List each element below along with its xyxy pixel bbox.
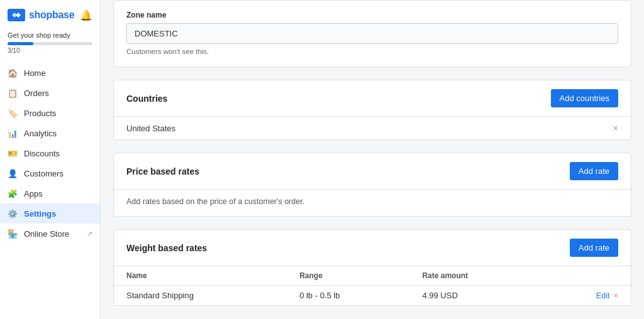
main-content: Zone name Customers won't see this. Coun… (101, 0, 644, 319)
country-row: United States × (114, 116, 631, 139)
sidebar-nav: 🏠 Home 📋 Orders 🏷️ Products 📊 Analytics … (0, 60, 100, 319)
row-rate-amount: 4.99 USD (409, 286, 542, 306)
row-range: 0 lb - 0.5 lb (287, 286, 409, 306)
shop-ready-section: Get your shop ready 3/10 (0, 28, 100, 60)
col-rate-amount: Rate amount (409, 266, 542, 286)
remove-rate-button[interactable]: × (613, 291, 618, 300)
price-based-rates-body: Add rates based on the price of a custom… (114, 189, 631, 216)
sidebar-item-apps[interactable]: 🧩 Apps (0, 183, 100, 203)
countries-card: Countries Add countries United States × (113, 80, 631, 140)
sidebar-label-analytics: Analytics (24, 129, 57, 138)
logo-text: shopbase (29, 9, 74, 21)
weight-based-rates-card: Weight based rates Add rate Name Range R… (113, 229, 631, 306)
country-name: United States (126, 124, 175, 133)
countries-title: Countries (126, 94, 167, 104)
bell-icon[interactable]: 🔔 (80, 9, 92, 21)
weight-rates-table: Name Range Rate amount Standard Shipping… (114, 266, 631, 305)
orders-icon: 📋 (8, 88, 18, 98)
zone-name-input[interactable] (126, 23, 618, 44)
online-store-icon: 🏪 (8, 229, 18, 239)
sidebar-label-online-store: Online Store (24, 229, 69, 239)
row-name: Standard Shipping (114, 286, 287, 306)
sidebar-label-customers: Customers (24, 169, 64, 178)
apps-icon: 🧩 (8, 188, 18, 198)
price-based-rates-title: Price based rates (126, 166, 199, 176)
sidebar-item-discounts[interactable]: 🎫 Discounts (0, 143, 100, 163)
sidebar-item-products[interactable]: 🏷️ Products (0, 103, 100, 123)
products-icon: 🏷️ (8, 108, 18, 118)
table-row: Standard Shipping 0 lb - 0.5 lb 4.99 USD… (114, 286, 631, 306)
add-price-rate-button[interactable]: Add rate (570, 162, 618, 180)
zone-name-label: Zone name (126, 11, 618, 19)
shop-ready-label: Get your shop ready (8, 31, 92, 39)
remove-country-button[interactable]: × (613, 123, 618, 133)
sidebar-item-home[interactable]: 🏠 Home (0, 63, 100, 83)
zone-name-hint: Customers won't see this. (126, 48, 618, 55)
customers-icon: 👤 (8, 168, 18, 178)
sidebar-item-settings[interactable]: ⚙️ Settings (0, 203, 100, 224)
edit-rate-button[interactable]: Edit (596, 291, 610, 300)
sidebar: shopbase 🔔 Get your shop ready 3/10 🏠 Ho… (0, 0, 101, 319)
sidebar-header: shopbase 🔔 (0, 0, 100, 28)
sidebar-label-home: Home (24, 68, 46, 78)
col-actions (542, 266, 631, 286)
analytics-icon: 📊 (8, 128, 18, 138)
sidebar-item-customers[interactable]: 👤 Customers (0, 163, 100, 183)
col-name: Name (114, 266, 287, 286)
progress-label: 3/10 (8, 47, 92, 54)
weight-based-rates-header: Weight based rates Add rate (114, 230, 631, 266)
settings-icon: ⚙️ (8, 208, 18, 219)
discounts-icon: 🎫 (8, 148, 18, 158)
row-actions: Edit × (542, 286, 631, 306)
add-countries-button[interactable]: Add countries (551, 89, 619, 107)
price-based-rates-description: Add rates based on the price of a custom… (126, 197, 304, 206)
progress-bar-bg (8, 42, 92, 45)
external-link-icon: ↗ (87, 230, 92, 238)
sidebar-item-analytics[interactable]: 📊 Analytics (0, 123, 100, 143)
sidebar-label-products: Products (24, 109, 56, 118)
logo-icon (8, 9, 25, 21)
zone-name-card: Zone name Customers won't see this. (113, 0, 631, 67)
price-based-rates-header: Price based rates Add rate (114, 153, 631, 189)
sidebar-label-apps: Apps (24, 189, 43, 198)
countries-header: Countries Add countries (114, 80, 631, 116)
weight-based-rates-title: Weight based rates (126, 243, 207, 253)
sidebar-label-orders: Orders (24, 89, 49, 98)
home-icon: 🏠 (8, 68, 18, 78)
sidebar-label-settings: Settings (24, 209, 56, 219)
sidebar-label-discounts: Discounts (24, 149, 60, 158)
sidebar-item-online-store[interactable]: 🏪 Online Store ↗ (0, 224, 100, 244)
price-based-rates-card: Price based rates Add rate Add rates bas… (113, 153, 631, 217)
add-weight-rate-button[interactable]: Add rate (570, 239, 618, 257)
progress-bar-fill (8, 42, 33, 45)
sidebar-item-orders[interactable]: 📋 Orders (0, 83, 100, 103)
col-range: Range (287, 266, 409, 286)
zone-name-section: Zone name Customers won't see this. (114, 1, 631, 67)
